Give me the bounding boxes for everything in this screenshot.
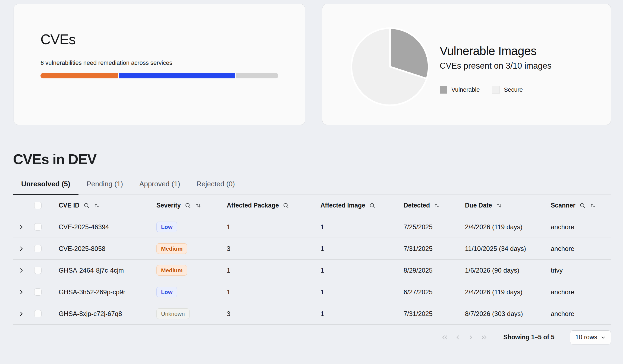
search-icon[interactable] (579, 202, 586, 209)
affected-package-cell: 1 (227, 288, 320, 296)
legend-item-vulnerable: Vulnerable (440, 86, 480, 94)
legend-label-vulnerable: Vulnerable (451, 86, 480, 93)
pagination-controls (441, 334, 488, 341)
progress-segment-orange (40, 73, 118, 78)
affected-package-cell: 1 (227, 223, 320, 231)
column-header-scanner: Scanner (551, 202, 611, 209)
legend-swatch-vulnerable (440, 86, 447, 94)
cves-card-subtitle: 6 vulnerabilities need remediation acros… (40, 59, 278, 66)
sort-icon[interactable] (195, 202, 202, 209)
progress-segment-gray (236, 73, 278, 78)
status-tabs: Unresolved (5) Pending (1) Approved (1) … (13, 180, 611, 195)
affected-image-cell: 1 (320, 267, 404, 274)
detected-cell: 6/27/2025 (404, 288, 465, 296)
column-header-severity: Severity (156, 202, 227, 209)
scanner-cell: anchore (551, 223, 611, 231)
column-header-due-date: Due Date (465, 202, 551, 209)
search-icon[interactable] (369, 202, 376, 209)
vulnerable-images-text: Vulnerable Images CVEs present on 3/10 i… (440, 44, 552, 94)
expand-row-chevron-icon[interactable] (13, 289, 29, 295)
detected-cell: 8/29/2025 (404, 267, 465, 274)
cve-id-cell: GHSA-3h52-269p-cp9r (59, 288, 156, 296)
cve-id-cell: GHSA-2464-8j7c-4cjm (59, 267, 156, 274)
affected-package-cell: 1 (227, 267, 320, 274)
due-date-cell: 2/4/2026 (119 days) (465, 223, 551, 231)
last-page-icon[interactable] (480, 334, 488, 341)
severity-badge: Medium (156, 265, 187, 276)
pie-legend: Vulnerable Secure (440, 86, 552, 94)
row-checkbox[interactable] (34, 245, 42, 252)
select-all-checkbox[interactable] (34, 202, 42, 209)
vulnerable-images-title: Vulnerable Images (440, 44, 552, 58)
scanner-cell: anchore (551, 245, 611, 253)
affected-image-cell: 1 (320, 245, 404, 253)
detected-cell: 7/31/2025 (404, 310, 465, 318)
rows-per-page-value: 10 rows (575, 334, 597, 341)
affected-image-header-label: Affected Image (320, 202, 365, 209)
expand-row-chevron-icon[interactable] (13, 267, 29, 274)
sort-icon[interactable] (496, 202, 502, 209)
search-icon[interactable] (83, 202, 90, 209)
previous-page-icon[interactable] (454, 334, 462, 341)
tab-rejected[interactable]: Rejected (0) (188, 180, 243, 195)
tab-approved[interactable]: Approved (1) (131, 180, 188, 195)
detected-cell: 7/25/2025 (404, 223, 465, 231)
summary-cards-row: CVEs 6 vulnerabilities need remediation … (0, 0, 623, 125)
table-row: GHSA-2464-8j7c-4cjm Medium 1 1 8/29/2025… (13, 260, 611, 281)
detected-header-label: Detected (404, 202, 430, 209)
table-row: GHSA-3h52-269p-cp9r Low 1 1 6/27/2025 2/… (13, 281, 611, 303)
row-checkbox[interactable] (34, 267, 42, 274)
severity-header-label: Severity (156, 202, 181, 209)
cve-id-cell: CVE-2025-8058 (59, 245, 156, 253)
detected-cell: 7/31/2025 (404, 245, 465, 253)
sort-icon[interactable] (434, 202, 440, 209)
table-footer: Showing 1–5 of 5 10 rows (13, 325, 611, 350)
scanner-cell: anchore (551, 310, 611, 318)
tab-unresolved[interactable]: Unresolved (5) (13, 180, 78, 195)
showing-count-label: Showing 1–5 of 5 (504, 334, 555, 341)
vulnerable-images-pie-chart (346, 23, 434, 110)
sort-icon[interactable] (590, 202, 596, 209)
expand-row-chevron-icon[interactable] (13, 245, 29, 252)
row-checkbox[interactable] (34, 310, 42, 317)
rows-per-page-selector[interactable]: 10 rows (570, 330, 611, 344)
due-date-header-label: Due Date (465, 202, 492, 209)
cve-id-header-label: CVE ID (59, 202, 80, 209)
search-icon[interactable] (185, 202, 191, 209)
due-date-cell: 11/10/2025 (34 days) (465, 245, 551, 253)
first-page-icon[interactable] (441, 334, 449, 341)
sort-icon[interactable] (94, 202, 100, 209)
next-page-icon[interactable] (467, 334, 475, 341)
cves-summary-card: CVEs 6 vulnerabilities need remediation … (14, 4, 305, 125)
cve-table: CVE ID Severity Affected Package Affecte… (13, 195, 611, 325)
severity-badge: Medium (156, 243, 187, 254)
expand-row-chevron-icon[interactable] (13, 311, 29, 317)
row-checkbox[interactable] (34, 223, 42, 231)
affected-image-cell: 1 (320, 288, 404, 296)
cve-progress-bar (40, 73, 278, 78)
table-row: CVE-2025-8058 Medium 3 1 7/31/2025 11/10… (13, 238, 611, 260)
cves-card-title: CVEs (40, 31, 278, 47)
legend-item-secure: Secure (492, 86, 523, 94)
affected-image-cell: 1 (320, 223, 404, 231)
pie-svg (346, 23, 434, 110)
severity-badge: Low (156, 287, 177, 297)
table-row: GHSA-8xjp-c72j-67q8 Unknown 3 1 7/31/202… (13, 303, 611, 325)
column-header-affected-image: Affected Image (320, 202, 404, 209)
tab-pending[interactable]: Pending (1) (78, 180, 131, 195)
column-header-affected-package: Affected Package (227, 202, 320, 209)
severity-badge: Unknown (156, 308, 190, 319)
search-icon[interactable] (283, 202, 289, 209)
due-date-cell: 1/6/2026 (90 days) (465, 267, 551, 274)
row-checkbox[interactable] (34, 288, 42, 296)
table-header-row: CVE ID Severity Affected Package Affecte… (13, 195, 611, 216)
scanner-cell: anchore (551, 288, 611, 296)
vulnerable-images-subtitle: CVEs present on 3/10 images (440, 61, 552, 71)
affected-package-header-label: Affected Package (227, 202, 279, 209)
scanner-cell: trivy (551, 267, 611, 274)
due-date-cell: 2/4/2026 (119 days) (465, 288, 551, 296)
legend-swatch-secure (492, 86, 500, 94)
expand-row-chevron-icon[interactable] (13, 224, 29, 230)
affected-package-cell: 3 (227, 245, 320, 253)
affected-package-cell: 3 (227, 310, 320, 318)
